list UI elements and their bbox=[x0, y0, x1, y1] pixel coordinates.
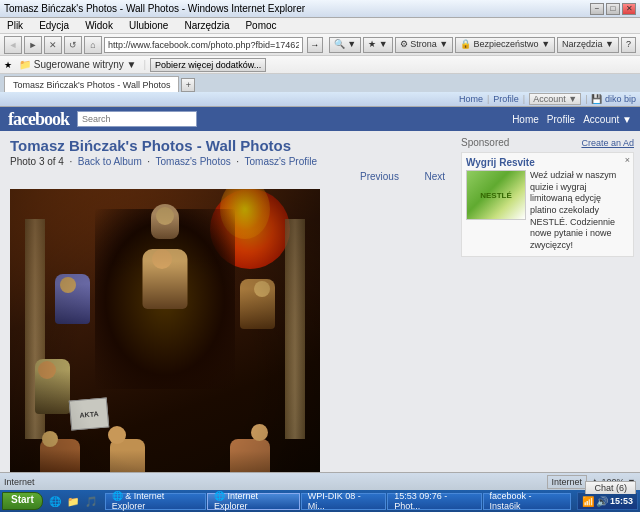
ie-profile-link[interactable]: Profile bbox=[493, 94, 519, 104]
back-button[interactable]: ◄ bbox=[4, 36, 22, 54]
taskbar: Start 🌐 📁 🎵 🌐 & Internet Explorer 🌐 Inte… bbox=[0, 490, 640, 512]
home-button[interactable]: ⌂ bbox=[84, 36, 102, 54]
refresh-button[interactable]: ↺ bbox=[64, 36, 82, 54]
help-button[interactable]: ? bbox=[621, 37, 636, 53]
ad-image: NESTLÉ bbox=[466, 170, 526, 220]
get-more-addons[interactable]: Pobierz więcej dodatków... bbox=[150, 58, 266, 72]
tomasz-profile-link[interactable]: Tomasz's Profile bbox=[244, 156, 317, 167]
head-3 bbox=[60, 277, 76, 293]
address-bar[interactable]: http://www.facebook.com/photo.php?fbid=1… bbox=[104, 37, 303, 53]
stop-button[interactable]: ✕ bbox=[44, 36, 62, 54]
fb-home-link[interactable]: Home bbox=[512, 114, 539, 125]
tray-time: 15:53 bbox=[610, 496, 633, 506]
taskbar-folder-icon[interactable]: 📁 bbox=[65, 493, 81, 509]
maximize-button[interactable]: □ bbox=[606, 3, 620, 15]
search-input[interactable] bbox=[77, 111, 197, 127]
suggested-sites[interactable]: 📁 Sugerowane witryny ▼ bbox=[16, 58, 140, 71]
taskbar-media-icon[interactable]: 🎵 bbox=[83, 493, 99, 509]
favorites-button[interactable]: ★ ▼ bbox=[363, 37, 392, 53]
tools-button[interactable]: ⚙ Strona ▼ bbox=[395, 37, 453, 53]
forward-button[interactable]: ► bbox=[24, 36, 42, 54]
back-to-album-link[interactable]: Back to Album bbox=[78, 156, 142, 167]
fb-account-link[interactable]: Account ▼ bbox=[583, 114, 632, 125]
pillar-right bbox=[285, 219, 305, 439]
previous-photo-link[interactable]: Previous bbox=[360, 171, 399, 182]
head-8 bbox=[251, 424, 268, 441]
disk-label: 💾 diko bip bbox=[591, 94, 636, 104]
head-2 bbox=[152, 249, 172, 269]
safety-button[interactable]: 🔒 Bezpieczeństwo ▼ bbox=[455, 37, 555, 53]
menu-view[interactable]: Widok bbox=[82, 19, 116, 32]
status-bar: Internet Internet ✦ 100% ▼ bbox=[0, 472, 640, 490]
sidebar: Sponsored Create an Ad × Wygrij Resvite … bbox=[455, 131, 640, 472]
taskbar-items: 🌐 & Internet Explorer 🌐 Internet Explore… bbox=[105, 493, 571, 510]
status-text: Internet bbox=[4, 477, 547, 487]
tray-network-icon: 📶 bbox=[582, 496, 594, 507]
next-photo-link[interactable]: Next bbox=[424, 171, 445, 182]
ad-image-text: NESTLÉ bbox=[480, 191, 512, 200]
tools2-button[interactable]: Narzędzia ▼ bbox=[557, 37, 619, 53]
menu-file[interactable]: Plik bbox=[4, 19, 26, 32]
ad-close-button[interactable]: × bbox=[625, 155, 630, 165]
minimize-button[interactable]: − bbox=[590, 3, 604, 15]
photo-container: AKTA bbox=[10, 189, 320, 472]
ad-body-text: Weź udział w naszym quizie i wygraj limi… bbox=[530, 170, 629, 252]
ad-box: × Wygrij Resvite NESTLÉ Weź udział w nas… bbox=[461, 152, 634, 257]
menu-tools[interactable]: Narzędzia bbox=[181, 19, 232, 32]
akta-box: AKTA bbox=[69, 397, 109, 430]
create-ad-link[interactable]: Create an Ad bbox=[581, 138, 634, 148]
taskbar-item-4[interactable]: 15:53 09:76 - Phot... bbox=[387, 493, 481, 510]
address-text: http://www.facebook.com/photo.php?fbid=1… bbox=[108, 40, 299, 50]
ie-home-link[interactable]: Home bbox=[459, 94, 483, 104]
taskbar-item-2[interactable]: 🌐 Internet Explorer bbox=[207, 493, 300, 510]
facebook-logo: facebook bbox=[8, 109, 69, 130]
head-1 bbox=[156, 207, 174, 225]
browser-tab[interactable]: Tomasz Bińczak's Photos - Wall Photos bbox=[4, 76, 179, 92]
photo-count: Photo 3 of 4 bbox=[10, 156, 64, 167]
page-title: Tomasz Bińczak's Photos - Wall Photos bbox=[10, 137, 445, 154]
close-button[interactable]: ✕ bbox=[622, 3, 636, 15]
ie-account-button[interactable]: Account ▼ bbox=[529, 93, 581, 105]
taskbar-ie-icon[interactable]: 🌐 bbox=[47, 493, 63, 509]
search-button[interactable]: 🔍 ▼ bbox=[329, 37, 361, 53]
menu-favorites[interactable]: Ulubione bbox=[126, 19, 171, 32]
chat-bar[interactable]: Chat (6) bbox=[585, 481, 636, 494]
sponsored-label: Sponsored bbox=[461, 137, 509, 148]
tray-sound-icon: 🔊 bbox=[596, 496, 608, 507]
tomasz-photos-link[interactable]: Tomasz's Photos bbox=[155, 156, 230, 167]
taskbar-item-5[interactable]: facebook - Insta6ik bbox=[483, 493, 571, 510]
figure-bottom-3 bbox=[230, 439, 270, 472]
taskbar-item-1[interactable]: 🌐 & Internet Explorer bbox=[105, 493, 206, 510]
breadcrumb: Photo 3 of 4 · Back to Album · Tomasz's … bbox=[10, 156, 445, 167]
browser-title: Tomasz Bińczak's Photos - Wall Photos - … bbox=[4, 3, 590, 14]
head-5 bbox=[38, 361, 56, 379]
menu-edit[interactable]: Edycja bbox=[36, 19, 72, 32]
new-tab-button[interactable]: + bbox=[181, 78, 195, 92]
start-button[interactable]: Start bbox=[2, 492, 43, 510]
fb-profile-link[interactable]: Profile bbox=[547, 114, 575, 125]
head-7 bbox=[108, 426, 126, 444]
security-zone: Internet bbox=[547, 475, 588, 489]
taskbar-item-3[interactable]: WPI-DIK 08 - Mi... bbox=[301, 493, 386, 510]
go-button[interactable]: → bbox=[307, 37, 323, 53]
menu-help[interactable]: Pomoc bbox=[242, 19, 279, 32]
head-6 bbox=[42, 431, 58, 447]
ad-title[interactable]: Wygrij Resvite bbox=[466, 157, 629, 168]
head-4 bbox=[254, 281, 270, 297]
system-tray: 📶 🔊 15:53 bbox=[577, 492, 638, 510]
favorites-icon: ★ bbox=[4, 60, 12, 70]
photo-artwork: AKTA bbox=[10, 189, 320, 472]
